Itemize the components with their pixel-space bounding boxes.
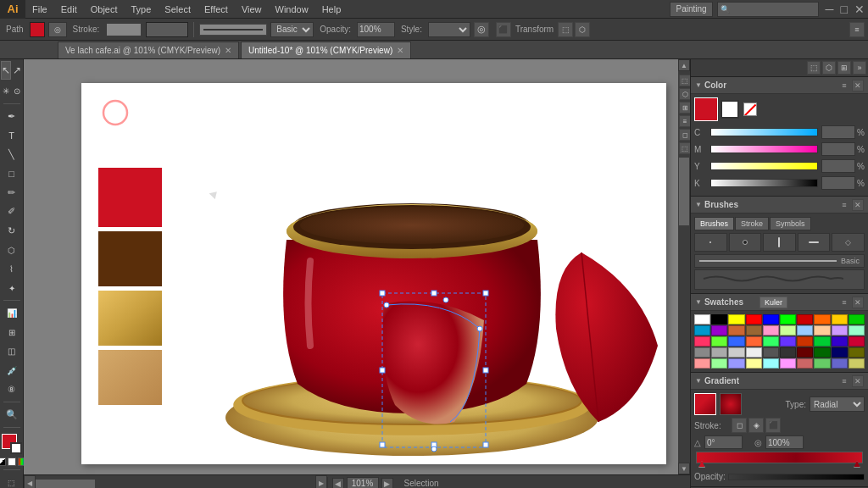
pencil-tool[interactable]: ✐ [3, 203, 21, 221]
hscroll-left-btn[interactable]: ◀ [24, 475, 36, 489]
menu-edit[interactable]: Edit [54, 0, 84, 19]
shape-tool[interactable]: □ [3, 165, 21, 183]
hscroll-thumb[interactable] [36, 480, 95, 488]
menu-type[interactable]: Type [125, 0, 159, 19]
white-color-btn[interactable] [8, 458, 16, 466]
warp-tool[interactable]: ⌇ [3, 260, 21, 278]
swatch-27[interactable] [814, 336, 830, 347]
tab-close-1[interactable]: ✕ [397, 46, 403, 55]
swatch-9[interactable] [849, 314, 865, 324]
scale-tool[interactable]: ⬡ [3, 241, 21, 259]
swatch-33[interactable] [746, 347, 762, 358]
swatch-31[interactable] [711, 347, 727, 358]
search-input[interactable]: 🔍 [717, 2, 819, 17]
panel-collapse-btn[interactable]: » [853, 61, 866, 75]
swatch-37[interactable] [814, 347, 830, 358]
free-transform-tool[interactable]: ✦ [3, 280, 21, 297]
menu-window[interactable]: Window [269, 0, 315, 19]
gradient-stroke-btn-2[interactable]: ◈ [748, 418, 764, 433]
brush-size-4[interactable] [798, 233, 831, 252]
swatch-35[interactable] [780, 347, 796, 358]
swatch-6[interactable] [797, 314, 813, 324]
menu-select[interactable]: Select [158, 0, 198, 19]
fill-preview-swatch[interactable] [694, 97, 718, 121]
swatch-49[interactable] [849, 358, 865, 369]
swatch-13[interactable] [746, 325, 762, 336]
symbols-tab[interactable]: Symbols [770, 217, 811, 230]
panel-icon-2[interactable]: ⬡ [822, 61, 836, 75]
swatches-panel-menu[interactable]: ≡ [838, 297, 850, 308]
gradient-bar[interactable] [696, 452, 863, 463]
swatch-36[interactable] [797, 347, 813, 358]
swatch-34[interactable] [763, 347, 779, 358]
gradient-stroke-btn-1[interactable]: ◻ [732, 418, 747, 433]
gradient-collapse-arrow[interactable]: ▼ [695, 377, 702, 385]
transform-icon[interactable]: ⬚ [558, 22, 573, 37]
swatch-15[interactable] [780, 325, 796, 336]
swatch-32[interactable] [728, 347, 744, 358]
swatch-45[interactable] [780, 358, 796, 369]
c-input[interactable] [821, 125, 855, 139]
swatch-14[interactable] [763, 325, 779, 336]
stroke-icon[interactable]: ◎ [48, 22, 67, 37]
gradient-opacity-input[interactable]: 100% [765, 435, 804, 449]
paintbrush-tool[interactable]: ✏ [3, 184, 21, 202]
view-icon-1[interactable]: ⬚ [679, 75, 691, 86]
pen-tool[interactable]: ✒ [3, 108, 21, 125]
style-icon[interactable]: ◎ [474, 22, 489, 37]
swatch-5[interactable] [780, 314, 796, 324]
swatch-10[interactable] [694, 325, 710, 336]
stroke-color-box[interactable] [107, 24, 141, 36]
menu-effect[interactable]: Effect [198, 0, 235, 19]
minimize-button[interactable]: ─ [822, 3, 837, 16]
gradient-tool[interactable]: ◫ [3, 342, 21, 360]
stroke-preview-swatch[interactable] [721, 100, 739, 119]
swatch-1[interactable] [711, 314, 727, 324]
swatch-30[interactable] [694, 347, 710, 358]
stroke-dash-style[interactable] [199, 24, 267, 36]
rotate-tool[interactable]: ↻ [3, 222, 21, 240]
stroke-type-select[interactable]: Basic [270, 22, 314, 37]
swatch-21[interactable] [711, 336, 727, 347]
none-color-btn[interactable] [0, 458, 6, 466]
none-swatch[interactable] [743, 103, 757, 116]
stroke-tab[interactable]: Stroke [735, 217, 769, 230]
type-tool[interactable]: T [3, 126, 21, 144]
gradient-stroke-btn-3[interactable]: ⬛ [765, 418, 781, 433]
view-icon-5[interactable]: ◻ [679, 129, 691, 141]
gradient-stop-right[interactable] [854, 461, 860, 468]
view-icon-4[interactable]: ≡ [679, 115, 691, 127]
gradient-type-select[interactable]: Radial [810, 396, 865, 412]
swatch-48[interactable] [832, 358, 848, 369]
gradient-panel-menu[interactable]: ≡ [838, 375, 850, 387]
graph-tool[interactable]: 📊 [3, 304, 21, 322]
swatch-12[interactable] [728, 325, 744, 336]
canvas-outer[interactable] [24, 59, 678, 474]
swatch-20[interactable] [694, 336, 710, 347]
mesh-tool[interactable]: ⊞ [3, 324, 21, 341]
arrange-icon[interactable]: ⬛ [496, 22, 511, 37]
c-slider[interactable] [710, 128, 818, 136]
tab-untitled[interactable]: Untitled-10* @ 101% (CMYK/Preview) ✕ [241, 42, 411, 58]
brush-size-5[interactable]: ◇ [832, 233, 865, 252]
brushes-tab-active[interactable]: Brushes [694, 217, 734, 230]
swatch-47[interactable] [814, 358, 830, 369]
panel-icon-3[interactable]: ⊞ [837, 61, 851, 75]
swatch-44[interactable] [763, 358, 779, 369]
swatch-38[interactable] [832, 347, 848, 358]
brush-size-2[interactable] [729, 233, 762, 252]
swatch-4[interactable] [763, 314, 779, 324]
fill-color-swatch[interactable] [30, 22, 45, 37]
color-panel-menu[interactable]: ≡ [838, 80, 850, 92]
brushes-panel-menu[interactable]: ≡ [838, 199, 850, 211]
blend-tool[interactable]: ⑧ [3, 381, 21, 399]
y-slider[interactable] [710, 162, 818, 170]
swatch-18[interactable] [832, 325, 848, 336]
zoom-tool[interactable]: 🔍 [3, 406, 21, 424]
swatch-19[interactable] [849, 325, 865, 336]
y-input[interactable] [821, 159, 855, 173]
zoom-input[interactable]: 101% [347, 477, 379, 489]
scroll-down-btn[interactable]: ▼ [678, 463, 690, 474]
panel-icon-1[interactable]: ⬚ [807, 61, 821, 75]
lasso-tool[interactable]: ⊙ [12, 81, 22, 100]
